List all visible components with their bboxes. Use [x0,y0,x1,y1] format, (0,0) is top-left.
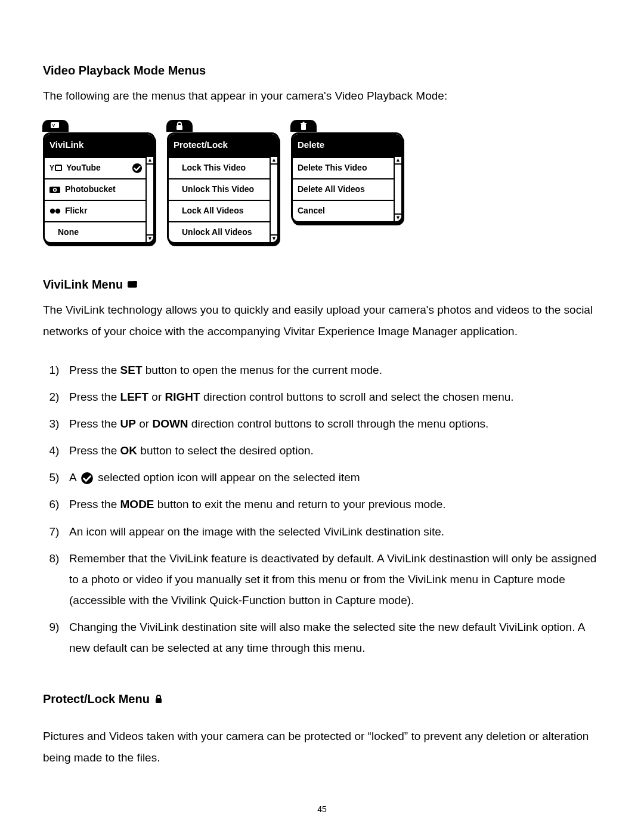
menu-box-protect: Protect/Lock ▲ ▼ Lock This Video Unlock … [167,120,279,244]
menu-item-label: Flickr [65,203,148,219]
step-7: An icon will appear on the image with th… [66,521,601,542]
lock-icon [175,122,184,130]
step-2: Press the LEFT or RIGHT direction contro… [66,386,601,407]
section-title-text: Protect/Lock Menu [43,688,150,710]
section-heading-vivilink-menu: ViviLink Menu [43,274,601,296]
menu-item-label: Lock This Video [182,160,273,176]
scroll-down-icon[interactable]: ▼ [271,234,277,242]
scroll-up-icon[interactable]: ▲ [147,157,153,165]
check-icon [80,472,94,485]
menu-title-delete: Delete [293,134,401,157]
scrollbar[interactable]: ▲ ▼ [394,157,401,221]
step-8: Remember that the ViviLink feature is de… [66,548,601,611]
menu-title-protect: Protect/Lock [169,134,277,157]
section-intro-video-playback: The following are the menus that appear … [43,85,601,106]
section-intro-vivilink-menu: The ViviLink technology allows you to qu… [43,299,601,341]
menu-item-flickr[interactable]: Flickr [45,200,153,221]
step-4: Press the OK button to select the desire… [66,440,601,461]
scroll-up-icon[interactable]: ▲ [395,157,401,165]
menu-item-label: Lock All Videos [182,203,273,219]
section-intro-protect-lock: Pictures and Videos taken with your came… [43,726,601,767]
steps-list: Press the SET button to open the menus f… [43,360,601,659]
menu-item-label: YouTube [66,160,128,176]
step-9: Changing the ViviLink destination site w… [66,617,601,658]
section-heading-video-playback: Video Playback Mode Menus [43,60,601,82]
vivilink-icon [128,281,138,289]
menu-item-label: Unlock All Videos [182,225,273,240]
menu-item-label: None [58,225,148,240]
section-title-text: ViviLink Menu [43,274,123,296]
flickr-icon [49,207,61,215]
menus-row: ViviLink ▲ ▼ YouTube [43,120,601,244]
menu-item-label: Cancel [298,203,397,219]
menu-item-unlock-this[interactable]: Unlock This Video [169,178,277,200]
menu-item-label: Photobucket [65,182,148,197]
menu-tab-protect [166,120,193,132]
scroll-up-icon[interactable]: ▲ [271,157,277,165]
step-5: A selected option icon will appear on th… [66,467,601,488]
menu-title-vivilink: ViviLink [45,134,153,157]
menu-item-none[interactable]: None [45,221,153,243]
step-6: Press the MODE button to exit the menu a… [66,494,601,515]
step-1: Press the SET button to open the menus f… [66,360,601,380]
menu-item-label: Delete This Video [298,160,397,176]
menu-item-cancel[interactable]: Cancel [293,200,401,221]
trash-icon [299,122,308,130]
menu-box-vivilink: ViviLink ▲ ▼ YouTube [43,120,155,244]
section-heading-protect-lock: Protect/Lock Menu [43,688,601,710]
youtube-icon [49,164,63,172]
scroll-down-icon[interactable]: ▼ [395,213,401,221]
scrollbar[interactable]: ▲ ▼ [270,157,277,243]
lock-icon [154,695,163,704]
photobucket-icon [49,185,61,194]
menu-tab-vivilink [42,120,69,132]
menu-box-delete: Delete ▲ ▼ Delete This Video Delete All … [291,120,403,222]
menu-item-lock-all[interactable]: Lock All Videos [169,200,277,221]
scrollbar[interactable]: ▲ ▼ [145,157,153,243]
menu-item-label: Delete All Videos [298,182,397,197]
step-3: Press the UP or DOWN direction control b… [66,413,601,434]
menu-item-photobucket[interactable]: Photobucket [45,178,153,200]
menu-item-youtube[interactable]: YouTube [45,157,153,178]
menu-item-label: Unlock This Video [182,182,273,197]
menu-item-delete-all[interactable]: Delete All Videos [293,178,401,200]
page-number: 45 [0,802,644,817]
scroll-down-icon[interactable]: ▼ [147,234,153,242]
menu-item-lock-this[interactable]: Lock This Video [169,157,277,178]
menu-item-unlock-all[interactable]: Unlock All Videos [169,221,277,243]
menu-item-delete-this[interactable]: Delete This Video [293,157,401,178]
menu-tab-delete [290,120,317,132]
vivilink-icon [51,122,60,129]
